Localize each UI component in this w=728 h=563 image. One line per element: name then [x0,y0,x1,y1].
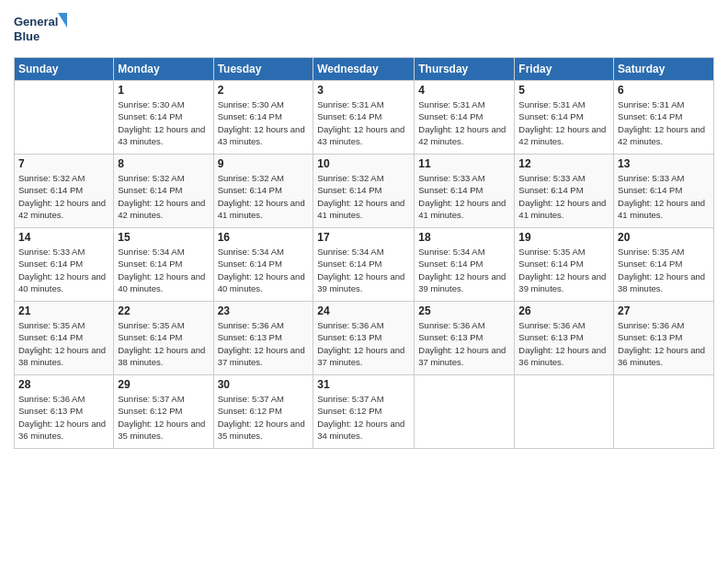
day-number: 22 [118,304,209,317]
day-number: 3 [317,84,410,97]
day-number: 11 [418,157,510,170]
day-info: Sunrise: 5:30 AMSunset: 6:14 PMDaylight:… [218,98,310,147]
weekday-header-tuesday: Tuesday [213,58,313,81]
day-number: 4 [418,84,510,97]
day-info: Sunrise: 5:36 AMSunset: 6:13 PMDaylight:… [418,319,510,368]
day-number: 30 [218,378,310,391]
calendar-cell: 12 Sunrise: 5:33 AMSunset: 6:14 PMDaylig… [515,155,614,228]
day-number: 14 [18,231,109,244]
logo-svg: General Blue [14,9,69,50]
calendar-cell: 1 Sunrise: 5:30 AMSunset: 6:14 PMDayligh… [114,81,213,155]
calendar-cell [515,375,614,449]
weekday-header-sunday: Sunday [15,58,114,81]
calendar-table: SundayMondayTuesdayWednesdayThursdayFrid… [14,57,714,449]
day-info: Sunrise: 5:36 AMSunset: 6:13 PMDaylight:… [18,393,109,442]
calendar-cell: 29 Sunrise: 5:37 AMSunset: 6:12 PMDaylig… [114,375,213,449]
day-info: Sunrise: 5:35 AMSunset: 6:14 PMDaylight:… [118,319,209,368]
calendar-cell: 27 Sunrise: 5:36 AMSunset: 6:13 PMDaylig… [614,302,714,375]
calendar-cell: 24 Sunrise: 5:36 AMSunset: 6:13 PMDaylig… [313,302,415,375]
day-info: Sunrise: 5:37 AMSunset: 6:12 PMDaylight:… [218,393,310,442]
week-row-2: 7 Sunrise: 5:32 AMSunset: 6:14 PMDayligh… [15,155,714,228]
day-number: 15 [118,231,209,244]
calendar-cell: 26 Sunrise: 5:36 AMSunset: 6:13 PMDaylig… [515,302,614,375]
calendar-cell: 5 Sunrise: 5:31 AMSunset: 6:14 PMDayligh… [515,81,614,155]
day-info: Sunrise: 5:36 AMSunset: 6:13 PMDaylight:… [618,319,710,368]
calendar-cell: 21 Sunrise: 5:35 AMSunset: 6:14 PMDaylig… [15,302,114,375]
page-container: General Blue SundayMondayTuesdayWednesda… [0,0,728,458]
day-number: 10 [317,157,410,170]
day-info: Sunrise: 5:34 AMSunset: 6:14 PMDaylight:… [218,246,310,294]
calendar-cell: 31 Sunrise: 5:37 AMSunset: 6:12 PMDaylig… [313,375,415,449]
day-info: Sunrise: 5:32 AMSunset: 6:14 PMDaylight:… [18,172,109,221]
day-number: 16 [218,231,310,244]
day-info: Sunrise: 5:37 AMSunset: 6:12 PMDaylight:… [317,393,410,442]
day-info: Sunrise: 5:34 AMSunset: 6:14 PMDaylight:… [418,246,510,294]
day-info: Sunrise: 5:31 AMSunset: 6:14 PMDaylight:… [618,98,710,147]
day-number: 2 [218,84,310,97]
calendar-cell: 16 Sunrise: 5:34 AMSunset: 6:14 PMDaylig… [213,228,313,302]
day-info: Sunrise: 5:33 AMSunset: 6:14 PMDaylight:… [518,172,609,221]
day-info: Sunrise: 5:36 AMSunset: 6:13 PMDaylight:… [317,319,410,368]
day-number: 9 [218,157,310,170]
svg-text:General: General [14,15,58,29]
calendar-cell: 22 Sunrise: 5:35 AMSunset: 6:14 PMDaylig… [114,302,213,375]
weekday-header-saturday: Saturday [614,58,714,81]
calendar-cell: 8 Sunrise: 5:32 AMSunset: 6:14 PMDayligh… [114,155,213,228]
weekday-header-wednesday: Wednesday [313,58,415,81]
calendar-cell: 9 Sunrise: 5:32 AMSunset: 6:14 PMDayligh… [213,155,313,228]
day-info: Sunrise: 5:30 AMSunset: 6:14 PMDaylight:… [118,98,209,147]
week-row-3: 14 Sunrise: 5:33 AMSunset: 6:14 PMDaylig… [15,228,714,302]
day-number: 23 [218,304,310,317]
day-number: 21 [18,304,109,317]
day-info: Sunrise: 5:32 AMSunset: 6:14 PMDaylight:… [118,172,209,221]
day-info: Sunrise: 5:34 AMSunset: 6:14 PMDaylight:… [118,246,209,294]
calendar-cell: 2 Sunrise: 5:30 AMSunset: 6:14 PMDayligh… [213,81,313,155]
calendar-cell: 10 Sunrise: 5:32 AMSunset: 6:14 PMDaylig… [313,155,415,228]
day-info: Sunrise: 5:32 AMSunset: 6:14 PMDaylight:… [218,172,310,221]
day-info: Sunrise: 5:35 AMSunset: 6:14 PMDaylight:… [518,246,609,294]
day-number: 25 [418,304,510,317]
calendar-cell: 13 Sunrise: 5:33 AMSunset: 6:14 PMDaylig… [614,155,714,228]
day-number: 29 [118,378,209,391]
weekday-header-row: SundayMondayTuesdayWednesdayThursdayFrid… [15,58,714,81]
day-number: 13 [618,157,710,170]
calendar-cell: 18 Sunrise: 5:34 AMSunset: 6:14 PMDaylig… [415,228,515,302]
weekday-header-monday: Monday [114,58,213,81]
day-info: Sunrise: 5:33 AMSunset: 6:14 PMDaylight:… [18,246,109,294]
calendar-cell: 30 Sunrise: 5:37 AMSunset: 6:12 PMDaylig… [213,375,313,449]
day-number: 20 [618,231,710,244]
calendar-cell: 4 Sunrise: 5:31 AMSunset: 6:14 PMDayligh… [415,81,515,155]
day-number: 17 [317,231,410,244]
calendar-cell: 7 Sunrise: 5:32 AMSunset: 6:14 PMDayligh… [15,155,114,228]
day-info: Sunrise: 5:33 AMSunset: 6:14 PMDaylight:… [618,172,710,221]
calendar-cell [614,375,714,449]
calendar-cell [415,375,515,449]
header: General Blue [14,9,714,50]
calendar-cell: 20 Sunrise: 5:35 AMSunset: 6:14 PMDaylig… [614,228,714,302]
day-number: 24 [317,304,410,317]
day-number: 28 [18,378,109,391]
day-info: Sunrise: 5:34 AMSunset: 6:14 PMDaylight:… [317,246,410,294]
calendar-cell: 19 Sunrise: 5:35 AMSunset: 6:14 PMDaylig… [515,228,614,302]
week-row-1: 1 Sunrise: 5:30 AMSunset: 6:14 PMDayligh… [15,81,714,155]
svg-text:Blue: Blue [14,29,40,43]
day-info: Sunrise: 5:32 AMSunset: 6:14 PMDaylight:… [317,172,410,221]
day-number: 1 [118,84,209,97]
day-info: Sunrise: 5:35 AMSunset: 6:14 PMDaylight:… [618,246,710,294]
day-number: 27 [618,304,710,317]
day-info: Sunrise: 5:33 AMSunset: 6:14 PMDaylight:… [418,172,510,221]
calendar-cell: 25 Sunrise: 5:36 AMSunset: 6:13 PMDaylig… [415,302,515,375]
day-number: 12 [518,157,609,170]
day-info: Sunrise: 5:36 AMSunset: 6:13 PMDaylight:… [518,319,609,368]
svg-marker-2 [58,13,67,28]
calendar-cell: 11 Sunrise: 5:33 AMSunset: 6:14 PMDaylig… [415,155,515,228]
calendar-cell: 28 Sunrise: 5:36 AMSunset: 6:13 PMDaylig… [15,375,114,449]
logo: General Blue [14,9,69,50]
calendar-cell: 15 Sunrise: 5:34 AMSunset: 6:14 PMDaylig… [114,228,213,302]
day-info: Sunrise: 5:31 AMSunset: 6:14 PMDaylight:… [418,98,510,147]
weekday-header-friday: Friday [515,58,614,81]
day-number: 5 [518,84,609,97]
day-info: Sunrise: 5:35 AMSunset: 6:14 PMDaylight:… [18,319,109,368]
calendar-cell: 14 Sunrise: 5:33 AMSunset: 6:14 PMDaylig… [15,228,114,302]
weekday-header-thursday: Thursday [415,58,515,81]
